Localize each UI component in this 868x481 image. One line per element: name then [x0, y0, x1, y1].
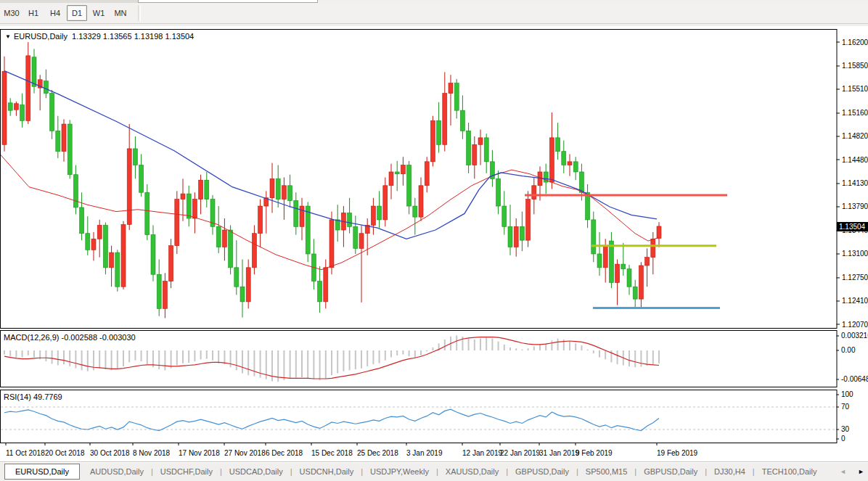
chart-tab-xauusd-daily[interactable]: XAUUSD,Daily	[438, 464, 506, 480]
svg-text:15 Dec 2018: 15 Dec 2018	[311, 449, 353, 457]
svg-text:1.14130: 1.14130	[842, 179, 868, 187]
svg-text:1.15850: 1.15850	[842, 62, 868, 70]
chart-tab-audusd-daily[interactable]: AUDUSD,Daily	[83, 464, 151, 480]
chart-tab-usdchf-daily[interactable]: USDCHF,Daily	[153, 464, 220, 480]
svg-text:8 Nov 2018: 8 Nov 2018	[133, 449, 171, 457]
timeframe-button-d1[interactable]: D1	[67, 5, 87, 21]
svg-text:9 Feb 2019: 9 Feb 2019	[576, 449, 613, 457]
price-chart-svg[interactable]: 1.162001.158501.155101.151601.148201.144…	[0, 26, 868, 461]
svg-text:1.14820: 1.14820	[842, 132, 868, 140]
svg-text:1.12410: 1.12410	[842, 297, 868, 305]
svg-text:20 Oct 2018: 20 Oct 2018	[45, 449, 85, 457]
chart-tab-tech100-daily[interactable]: TECH100,Daily	[755, 464, 824, 480]
svg-text:6 Dec 2018: 6 Dec 2018	[266, 449, 303, 457]
chart-dropdown-icon[interactable]: ▼	[5, 33, 11, 40]
svg-text:31 Jan 2019: 31 Jan 2019	[539, 449, 579, 457]
chart-tab-usdcnh-daily[interactable]: USDCNH,Daily	[292, 464, 361, 480]
svg-text:30: 30	[841, 425, 850, 433]
svg-text:30 Oct 2018: 30 Oct 2018	[90, 449, 130, 457]
timeframe-button-w1[interactable]: W1	[89, 5, 109, 21]
svg-text:1.15160: 1.15160	[842, 109, 868, 117]
tab-scroll-right-icon[interactable]: ►	[858, 465, 864, 478]
svg-text:27 Nov 2018: 27 Nov 2018	[224, 449, 266, 457]
chart-tab-eurusd-daily[interactable]: EURUSD,Daily	[4, 464, 80, 480]
svg-text:1.13790: 1.13790	[842, 202, 868, 210]
svg-text:22 Jan 2019: 22 Jan 2019	[500, 449, 540, 457]
tab-strip: EURUSD,DailyAUDUSD,Daily|USDCHF,Daily|US…	[0, 464, 824, 480]
svg-text:11 Oct 2018: 11 Oct 2018	[6, 449, 45, 457]
svg-text:1.13440: 1.13440	[842, 226, 868, 234]
svg-text:1.16200: 1.16200	[842, 38, 868, 46]
svg-text:-0.006485: -0.006485	[841, 375, 868, 383]
mt4-window: M30H1H4D1W1MN 1.162001.158501.155101.151…	[0, 0, 868, 481]
tab-scroll-controls: ◄ ►	[838, 465, 867, 478]
chart-tab-gbpusd-daily[interactable]: GBPUSD,Daily	[508, 464, 576, 480]
svg-text:1.12070: 1.12070	[842, 321, 868, 329]
timeframe-button-h4[interactable]: H4	[45, 5, 65, 21]
chart-tab-gbpusd-daily[interactable]: GBPUSD,Daily	[636, 464, 705, 480]
svg-text:1.13100: 1.13100	[842, 250, 868, 258]
svg-text:1.15510: 1.15510	[842, 85, 868, 93]
svg-text:0: 0	[841, 435, 846, 443]
svg-text:3 Jan 2019: 3 Jan 2019	[406, 449, 443, 457]
svg-text:0.003216: 0.003216	[841, 332, 868, 340]
svg-text:19 Feb 2019: 19 Feb 2019	[657, 449, 698, 457]
svg-text:1.12750: 1.12750	[842, 274, 868, 281]
toolbar-separator	[138, 5, 141, 21]
svg-text:12 Jan 2019: 12 Jan 2019	[462, 449, 502, 457]
chart-tab-usdjpy-weekly[interactable]: USDJPY,Weekly	[363, 464, 436, 480]
svg-text:70: 70	[841, 403, 850, 411]
svg-text:25 Dec 2018: 25 Dec 2018	[357, 449, 398, 457]
chart-tab-dj30-h4[interactable]: DJ30,H4	[707, 464, 753, 480]
svg-text:17 Nov 2018: 17 Nov 2018	[179, 449, 220, 457]
timeframe-button-h1[interactable]: H1	[23, 5, 44, 21]
timeframe-button-mn[interactable]: MN	[110, 5, 131, 21]
chart-tab-bar: EURUSD,DailyAUDUSD,Daily|USDCHF,Daily|US…	[0, 461, 868, 481]
timeframe-toolbar: M30H1H4D1W1MN	[0, 3, 868, 24]
chart-tab-sp500-m15[interactable]: SP500,M15	[578, 464, 634, 480]
tab-scroll-left-icon[interactable]: ◄	[840, 465, 846, 478]
svg-text:100: 100	[841, 390, 853, 398]
timeframe-button-m30[interactable]: M30	[1, 5, 22, 21]
svg-text:1.14480: 1.14480	[842, 156, 868, 164]
svg-text:0.00: 0.00	[841, 346, 856, 354]
chart-tab-usdcad-daily[interactable]: USDCAD,Daily	[222, 464, 290, 480]
